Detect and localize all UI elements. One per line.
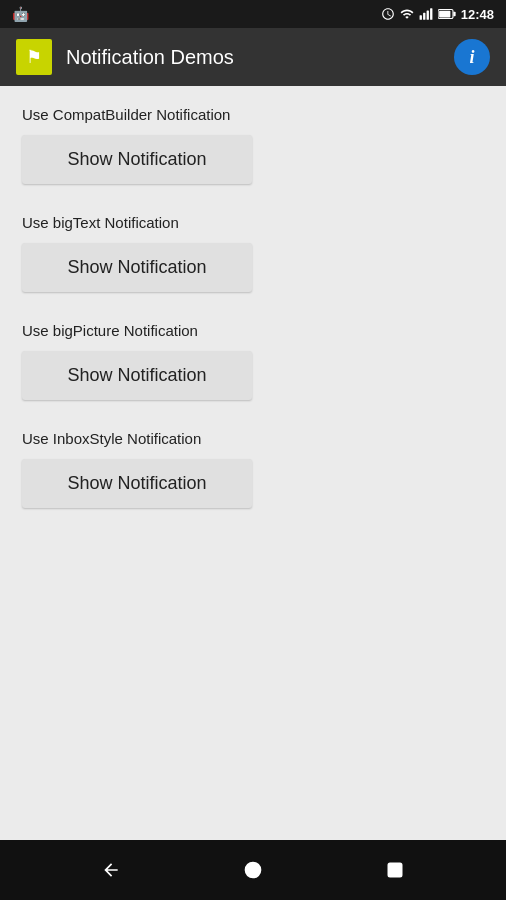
main-content: Use CompatBuilder Notification Show Noti… [0, 86, 506, 840]
bottom-nav-bar [0, 840, 506, 900]
svg-rect-3 [430, 8, 432, 20]
section-bigtext-label: Use bigText Notification [22, 214, 484, 231]
svg-rect-6 [453, 12, 455, 17]
show-notification-bigtext-button[interactable]: Show Notification [22, 243, 252, 292]
android-icon: 🤖 [12, 6, 29, 22]
section-compat-label: Use CompatBuilder Notification [22, 106, 484, 123]
svg-rect-8 [388, 863, 401, 876]
section-inboxstyle-label: Use InboxStyle Notification [22, 430, 484, 447]
status-bar: 🤖 12:48 [0, 0, 506, 28]
svg-point-7 [246, 863, 261, 878]
section-big-picture: Use bigPicture Notification Show Notific… [22, 322, 484, 400]
svg-rect-5 [439, 11, 450, 18]
app-bar-left: ⚑ Notification Demos [16, 39, 234, 75]
info-icon-label: i [469, 47, 474, 68]
show-notification-bigpicture-button[interactable]: Show Notification [22, 351, 252, 400]
show-notification-inboxstyle-button[interactable]: Show Notification [22, 459, 252, 508]
app-bar: ⚑ Notification Demos i [0, 28, 506, 86]
nav-back-button[interactable] [100, 859, 122, 881]
status-time: 12:48 [461, 7, 494, 22]
signal-icon [419, 7, 433, 21]
info-button[interactable]: i [454, 39, 490, 75]
section-big-text: Use bigText Notification Show Notificati… [22, 214, 484, 292]
section-compat-builder: Use CompatBuilder Notification Show Noti… [22, 106, 484, 184]
section-inbox-style: Use InboxStyle Notification Show Notific… [22, 430, 484, 508]
svg-rect-1 [423, 13, 425, 20]
show-notification-compat-button[interactable]: Show Notification [22, 135, 252, 184]
svg-rect-2 [426, 11, 428, 20]
wifi-icon [400, 7, 414, 21]
status-bar-right: 12:48 [381, 7, 494, 22]
flag-icon: ⚑ [26, 48, 42, 66]
battery-icon [438, 7, 456, 21]
svg-rect-0 [419, 15, 421, 20]
section-bigpicture-label: Use bigPicture Notification [22, 322, 484, 339]
app-logo: ⚑ [16, 39, 52, 75]
alarm-icon [381, 7, 395, 21]
nav-recents-button[interactable] [384, 859, 406, 881]
nav-home-button[interactable] [242, 859, 264, 881]
app-title: Notification Demos [66, 46, 234, 69]
status-bar-left: 🤖 [12, 6, 29, 22]
